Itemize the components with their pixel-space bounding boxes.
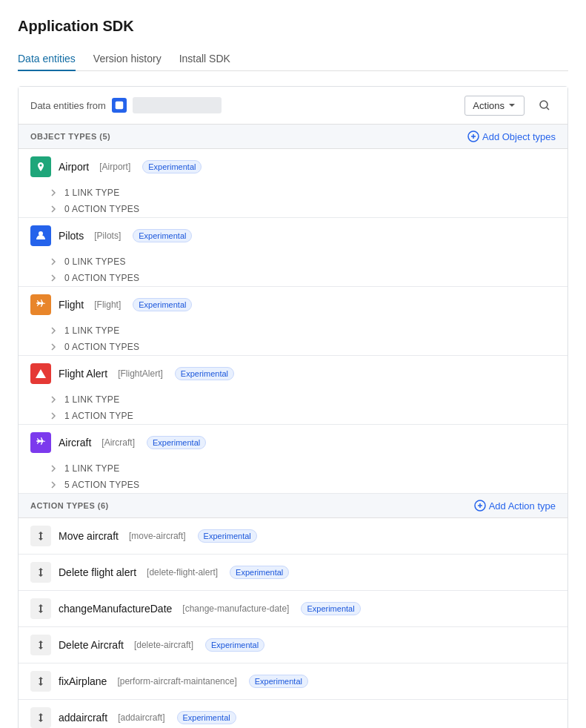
svg-point-1 — [540, 101, 547, 108]
tab-install-sdk[interactable]: Install SDK — [179, 47, 230, 70]
airport-action-types: 0 ACTION TYPES — [64, 204, 139, 214]
pilots-badge: Experimental — [133, 229, 192, 242]
airport-icon — [30, 156, 51, 177]
blueprint-icon — [112, 98, 127, 113]
action-item-addaircraft[interactable]: addaircraft [addaircraft] Experimental — [19, 700, 567, 728]
pilots-link-types: 0 LINK TYPES — [64, 257, 126, 267]
airport-key: [Airport] — [99, 162, 130, 172]
aircraft-name: Aircraft — [59, 437, 91, 449]
main-panel: Data entities from Actions — [18, 86, 568, 728]
delete-aircraft-badge: Experimental — [205, 638, 264, 652]
flight-alert-icon: ! — [30, 363, 51, 384]
delete-aircraft-key: [delete-aircraft] — [134, 640, 193, 650]
aircraft-action-types: 5 ACTION TYPES — [64, 480, 139, 490]
move-aircraft-name: Move aircraft — [59, 530, 119, 542]
svg-text:!: ! — [41, 371, 43, 379]
move-aircraft-icon — [30, 526, 51, 546]
addaircraft-icon — [30, 707, 51, 728]
action-item-delete-aircraft[interactable]: Delete Aircraft [delete-aircraft] Experi… — [19, 627, 567, 664]
airport-action-types-row[interactable]: 0 ACTION TYPES — [19, 201, 567, 217]
pilots-link-types-row[interactable]: 0 LINK TYPES — [19, 254, 567, 270]
airport-name: Airport — [59, 161, 89, 173]
change-manufacture-date-icon — [30, 598, 51, 619]
action-types-section-header: ACTION TYPES (6) Add Action type — [19, 494, 567, 518]
object-types-title: OBJECT TYPES (5) — [30, 132, 110, 141]
flight-badge: Experimental — [133, 298, 192, 311]
flight-action-types-row[interactable]: 0 ACTION TYPES — [19, 339, 567, 355]
aircraft-link-types: 1 LINK TYPE — [64, 463, 119, 474]
move-aircraft-badge: Experimental — [198, 529, 257, 543]
tab-data-entities[interactable]: Data entities — [18, 47, 76, 70]
airport-link-types: 1 LINK TYPE — [64, 188, 119, 198]
pilots-action-types: 0 ACTION TYPES — [64, 273, 139, 283]
svg-rect-0 — [116, 102, 124, 110]
aircraft-link-types-row[interactable]: 1 LINK TYPE — [19, 460, 567, 477]
source-name — [133, 97, 222, 113]
pilots-action-types-row[interactable]: 0 ACTION TYPES — [19, 270, 567, 286]
panel-header: Data entities from Actions — [19, 87, 567, 125]
aircraft-key: [Aircraft] — [101, 437, 135, 448]
object-item-flight: Flight [Flight] Experimental 1 LINK TYPE… — [19, 287, 567, 356]
delete-aircraft-icon — [30, 635, 51, 655]
page-title: Application SDK — [18, 18, 568, 35]
flight-key: [Flight] — [94, 300, 121, 310]
flight-alert-link-types-row[interactable]: 1 LINK TYPE — [19, 391, 567, 408]
addaircraft-name: addaircraft — [59, 712, 107, 724]
flight-alert-badge: Experimental — [175, 367, 234, 380]
flight-name: Flight — [59, 299, 84, 311]
delete-flight-alert-key: [delete-flight-alert] — [147, 567, 218, 578]
flight-link-types: 1 LINK TYPE — [64, 325, 119, 336]
flight-alert-name: Flight Alert — [59, 368, 107, 380]
from-label: Data entities from — [30, 100, 106, 111]
addaircraft-badge: Experimental — [177, 711, 236, 724]
airport-badge: Experimental — [142, 160, 202, 173]
aircraft-icon — [30, 432, 51, 453]
pilots-name: Pilots — [59, 230, 84, 242]
action-item-move-aircraft[interactable]: Move aircraft [move-aircraft] Experiment… — [19, 518, 567, 555]
action-item-change-manufacture-date[interactable]: changeManufactureDate [change-manufactur… — [19, 591, 567, 627]
object-item-airport: Airport [Airport] Experimental 1 LINK TY… — [19, 149, 567, 218]
flight-alert-link-types: 1 LINK TYPE — [64, 394, 119, 405]
flight-action-types: 0 ACTION TYPES — [64, 342, 139, 352]
object-item-pilots: Pilots [Pilots] Experimental 0 LINK TYPE… — [19, 218, 567, 287]
move-aircraft-key: [move-aircraft] — [129, 531, 186, 541]
flight-alert-action-types-row[interactable]: 1 ACTION TYPE — [19, 408, 567, 424]
tab-version-history[interactable]: Version history — [93, 47, 162, 70]
flight-alert-key: [FlightAlert] — [118, 368, 163, 379]
delete-flight-alert-badge: Experimental — [230, 566, 289, 579]
aircraft-badge: Experimental — [147, 436, 206, 449]
change-manufacture-date-badge: Experimental — [301, 602, 360, 615]
object-item-flight-alert: ! Flight Alert [FlightAlert] Experimenta… — [19, 356, 567, 425]
flight-link-types-row[interactable]: 1 LINK TYPE — [19, 322, 567, 339]
actions-button[interactable]: Actions — [465, 96, 525, 116]
pilots-key: [Pilots] — [94, 231, 121, 241]
object-item-aircraft: Aircraft [Aircraft] Experimental 1 LINK … — [19, 425, 567, 494]
flight-icon — [30, 294, 51, 315]
action-item-fix-airplane[interactable]: fixAirplane [perform-aircraft-maintanenc… — [19, 664, 567, 700]
fix-airplane-badge: Experimental — [249, 675, 308, 688]
fix-airplane-key: [perform-aircraft-maintanence] — [117, 676, 236, 686]
fix-airplane-name: fixAirplane — [59, 675, 107, 687]
delete-flight-alert-name: Delete flight alert — [59, 566, 136, 578]
search-button[interactable] — [533, 94, 556, 116]
delete-aircraft-name: Delete Aircraft — [59, 639, 124, 651]
pilots-icon — [30, 225, 51, 246]
object-types-section-header: OBJECT TYPES (5) Add Object types — [19, 125, 567, 149]
airport-link-types-row[interactable]: 1 LINK TYPE — [19, 185, 567, 201]
action-item-delete-flight-alert[interactable]: Delete flight alert [delete-flight-alert… — [19, 555, 567, 591]
flight-alert-action-types: 1 ACTION TYPE — [64, 411, 133, 421]
add-object-types-button[interactable]: Add Object types — [467, 130, 556, 142]
action-types-title: ACTION TYPES (6) — [30, 501, 109, 510]
tabs-nav: Data entities Version history Install SD… — [18, 47, 568, 71]
change-manufacture-date-key: [change-manufacture-date] — [182, 603, 289, 614]
change-manufacture-date-name: changeManufactureDate — [59, 603, 172, 615]
fix-airplane-icon — [30, 671, 51, 692]
delete-flight-alert-icon — [30, 562, 51, 583]
svg-line-2 — [547, 107, 549, 110]
addaircraft-key: [addaircraft] — [118, 712, 164, 723]
aircraft-action-types-row[interactable]: 5 ACTION TYPES — [19, 477, 567, 493]
add-action-type-button[interactable]: Add Action type — [474, 500, 556, 512]
